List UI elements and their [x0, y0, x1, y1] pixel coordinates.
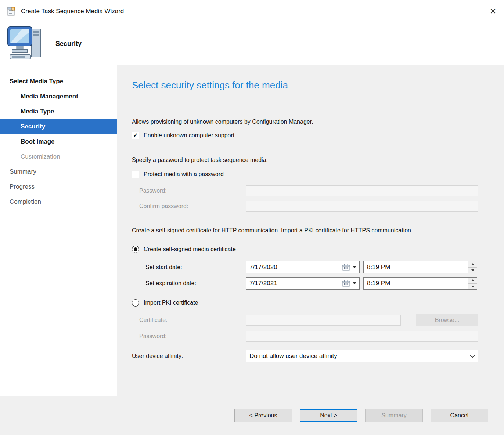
protect-media-label: Protect media with a password	[144, 171, 224, 178]
header-page-title: Security	[55, 40, 82, 47]
nav-boot-image[interactable]: Boot Image	[0, 134, 117, 149]
expiration-date-label: Set expiration date:	[145, 280, 246, 287]
calendar-icon	[342, 280, 350, 287]
page-heading: Select security settings for the media	[132, 80, 478, 91]
self-signed-row: Create self-signed media certificate	[132, 245, 478, 254]
protect-media-checkbox[interactable]	[132, 171, 139, 178]
password-label: Password:	[132, 188, 246, 194]
expiration-time-value: 8:19 PM	[367, 280, 390, 287]
import-pki-row: Import PKI certificate	[132, 298, 478, 307]
expiration-date-row: Set expiration date: 7/17/2021	[145, 277, 478, 290]
start-date-tools	[342, 264, 359, 271]
protect-media-row: Protect media with a password	[132, 170, 478, 179]
confirm-password-input	[246, 201, 478, 212]
start-time-value: 8:19 PM	[367, 264, 390, 271]
summary-button: Summary	[365, 409, 423, 422]
wizard-icon	[6, 6, 17, 17]
affinity-label: User device affinity:	[132, 353, 246, 359]
nav-security[interactable]: Security	[0, 119, 117, 134]
cancel-button[interactable]: Cancel	[431, 409, 488, 422]
expiration-date-tools	[342, 280, 359, 287]
previous-button[interactable]: < Previous	[234, 409, 292, 422]
spin-down-icon[interactable]	[468, 267, 477, 273]
affinity-dropdown[interactable]: Do not allow user device affinity	[246, 350, 478, 362]
titlebar: Create Task Sequence Media Wizard ✕	[0, 0, 504, 22]
date-dropdown-icon	[353, 266, 356, 268]
confirm-password-row: Confirm password:	[132, 201, 478, 212]
nav-completion: Completion	[0, 194, 117, 209]
affinity-row: User device affinity: Do not allow user …	[132, 350, 478, 362]
pki-password-row: Password:	[132, 331, 478, 342]
self-signed-radio[interactable]	[132, 246, 139, 253]
certificate-label: Certificate:	[132, 317, 246, 323]
start-time-spinner[interactable]: 8:19 PM	[363, 261, 477, 273]
pki-password-input	[246, 331, 478, 342]
certificate-row: Certificate: Browse...	[132, 314, 478, 326]
expiration-date-value: 7/17/2021	[249, 280, 277, 287]
import-pki-label: Import PKI certificate	[144, 300, 198, 306]
chevron-down-icon	[470, 353, 475, 358]
computer-icon	[7, 24, 47, 65]
main-area: Select Media Type Media Management Media…	[0, 65, 504, 396]
enable-unknown-computer-row: Enable unknown computer support	[132, 131, 478, 140]
nav-media-type[interactable]: Media Type	[0, 104, 117, 119]
spin-up-icon[interactable]	[468, 261, 477, 267]
certificate-input	[246, 315, 401, 326]
nav-media-management[interactable]: Media Management	[0, 89, 117, 104]
affinity-selected-value: Do not allow user device affinity	[249, 352, 337, 360]
start-date-value: 7/17/2020	[249, 264, 277, 271]
unknown-computers-description: Allows provisioning of unknown computers…	[132, 118, 478, 126]
pki-password-label: Password:	[132, 333, 246, 340]
expiration-time-spinner[interactable]: 8:19 PM	[363, 277, 477, 290]
password-input	[246, 185, 478, 196]
browse-button: Browse...	[416, 314, 478, 326]
nav-customization: Customization	[0, 149, 117, 164]
confirm-password-label: Confirm password:	[132, 203, 246, 210]
start-date-label: Set start date:	[145, 264, 246, 271]
next-button[interactable]: Next >	[300, 409, 357, 422]
start-date-row: Set start date: 7/17/2020	[145, 261, 478, 273]
expiration-date-picker[interactable]: 7/17/2021	[246, 277, 360, 290]
expiration-time-spin-buttons	[468, 278, 477, 289]
spin-up-icon[interactable]	[468, 278, 477, 283]
nav-progress: Progress	[0, 179, 117, 194]
media-password-description: Specify a password to protect task seque…	[132, 156, 478, 164]
window-title: Create Task Sequence Media Wizard	[21, 8, 124, 15]
spin-down-icon[interactable]	[468, 283, 477, 290]
nav-summary: Summary	[0, 164, 117, 179]
self-signed-label: Create self-signed media certificate	[144, 246, 236, 253]
wizard-window: Create Task Sequence Media Wizard ✕ Secu…	[0, 0, 504, 435]
certificate-description: Create a self-signed certificate for HTT…	[132, 226, 448, 235]
start-time-spin-buttons	[468, 261, 477, 273]
enable-unknown-computer-checkbox[interactable]	[132, 132, 139, 139]
enable-unknown-computer-label: Enable unknown computer support	[144, 132, 234, 139]
wizard-header: Security	[0, 22, 504, 65]
import-pki-radio[interactable]	[132, 299, 139, 307]
close-icon[interactable]: ✕	[482, 0, 504, 22]
nav-select-media-type[interactable]: Select Media Type	[0, 74, 117, 89]
date-dropdown-icon	[353, 282, 356, 284]
calendar-icon	[342, 264, 350, 271]
start-date-picker[interactable]: 7/17/2020	[246, 261, 360, 273]
wizard-footer: < Previous Next > Summary Cancel	[0, 396, 504, 435]
wizard-nav: Select Media Type Media Management Media…	[0, 65, 117, 396]
password-row: Password:	[132, 185, 478, 196]
page-content: Select security settings for the media A…	[117, 65, 504, 396]
